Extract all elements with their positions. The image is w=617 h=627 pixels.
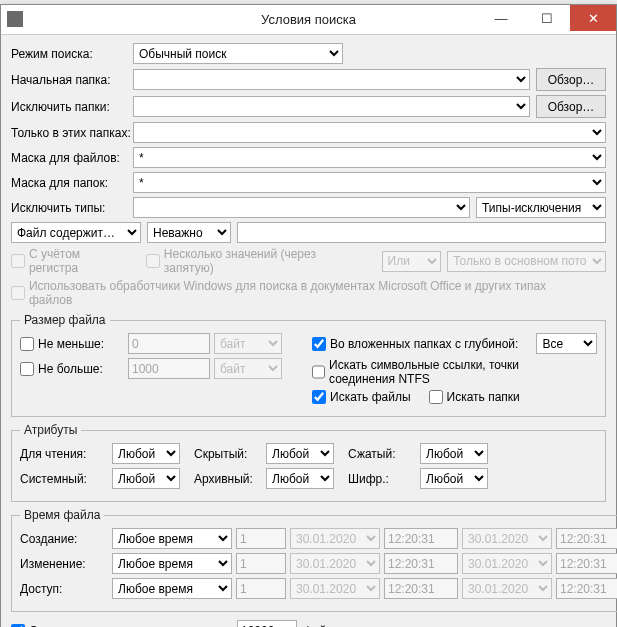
attributes-fieldset: Атрибуты Для чтения: Любой Скрытый: Любо… <box>11 423 606 502</box>
max-size-checkbox[interactable]: Не больше: <box>20 362 110 376</box>
hidden-select[interactable]: Любой <box>266 443 334 464</box>
window-title: Условия поиска <box>261 12 356 27</box>
hidden-label: Скрытый: <box>194 447 262 461</box>
accessed-date1: 30.01.2020 <box>290 578 380 599</box>
file-size-fieldset: Размер файла Не меньше: байт Не больше: … <box>11 313 606 417</box>
exclude-types-combo[interactable] <box>133 197 470 218</box>
exclude-folders-combo[interactable] <box>133 96 530 117</box>
close-button[interactable]: ✕ <box>570 5 616 31</box>
browse-start-button[interactable]: Обзор… <box>536 68 606 91</box>
exclusion-types-select[interactable]: Типы-исключения <box>476 197 606 218</box>
accessed-time2 <box>556 578 617 599</box>
file-time-legend: Время файла <box>20 508 104 522</box>
encrypted-label: Шифр.: <box>348 472 416 486</box>
search-mode-label: Режим поиска: <box>11 47 133 61</box>
logic-select: Или <box>382 251 442 272</box>
titlebar: Условия поиска — ☐ ✕ <box>1 5 616 35</box>
minimize-button[interactable]: — <box>478 5 524 31</box>
min-size-input <box>128 333 210 354</box>
depth-select[interactable]: Все <box>536 333 597 354</box>
accessed-label: Доступ: <box>20 582 108 596</box>
file-mask-combo[interactable]: * <box>133 147 606 168</box>
created-mode-select[interactable]: Любое время <box>112 528 232 549</box>
maximize-button[interactable]: ☐ <box>524 5 570 31</box>
archive-select[interactable]: Любой <box>266 468 334 489</box>
search-conditions-window: Условия поиска — ☐ ✕ Режим поиска: Обычн… <box>0 4 617 627</box>
created-time1 <box>384 528 458 549</box>
created-date2: 30.01.2020 <box>462 528 552 549</box>
file-time-fieldset: Время файла Создание: Любое время 30.01.… <box>11 508 617 612</box>
min-size-checkbox[interactable]: Не меньше: <box>20 337 110 351</box>
accessed-time1 <box>384 578 458 599</box>
file-contains-select[interactable]: Файл содержит… <box>11 222 141 243</box>
accessed-n <box>236 578 286 599</box>
compressed-label: Сжатый: <box>348 447 416 461</box>
start-folder-label: Начальная папка: <box>11 73 133 87</box>
client-area: Режим поиска: Обычный поиск Начальная па… <box>1 35 616 627</box>
archive-label: Архивный: <box>194 472 262 486</box>
case-select[interactable]: Неважно <box>147 222 231 243</box>
file-mask-label: Маска для файлов: <box>11 151 133 165</box>
modified-time2 <box>556 553 617 574</box>
created-n <box>236 528 286 549</box>
case-sensitive-checkbox[interactable]: С учётом регистра <box>11 247 132 275</box>
exclude-types-label: Исключить типы: <box>11 201 133 215</box>
accessed-date2: 30.01.2020 <box>462 578 552 599</box>
max-size-input <box>128 358 210 379</box>
only-in-folders-combo[interactable] <box>133 122 606 143</box>
modified-time1 <box>384 553 458 574</box>
stop-after-suffix: файлов <box>303 624 346 628</box>
created-time2 <box>556 528 617 549</box>
stop-after-checkbox[interactable]: Остановить поиск при нахождении <box>11 624 223 628</box>
modified-n <box>236 553 286 574</box>
readonly-select[interactable]: Любой <box>112 443 180 464</box>
modified-date2: 30.01.2020 <box>462 553 552 574</box>
created-date1: 30.01.2020 <box>290 528 380 549</box>
find-files-checkbox[interactable]: Искать файлы <box>312 390 411 404</box>
exclude-folders-label: Исключить папки: <box>11 100 133 114</box>
readonly-label: Для чтения: <box>20 447 108 461</box>
encrypted-select[interactable]: Любой <box>420 468 488 489</box>
max-size-unit: байт <box>214 358 282 379</box>
stop-after-input[interactable] <box>237 620 297 627</box>
multi-values-checkbox[interactable]: Несколько значений (через запятую) <box>146 247 368 275</box>
browse-exclude-button[interactable]: Обзор… <box>536 95 606 118</box>
folder-mask-combo[interactable]: * <box>133 172 606 193</box>
modified-label: Изменение: <box>20 557 108 571</box>
only-in-folders-label: Только в этих папках: <box>11 126 133 140</box>
modified-date1: 30.01.2020 <box>290 553 380 574</box>
compressed-select[interactable]: Любой <box>420 443 488 464</box>
min-size-unit: байт <box>214 333 282 354</box>
folder-mask-label: Маска для папок: <box>11 176 133 190</box>
attributes-legend: Атрибуты <box>20 423 81 437</box>
system-select[interactable]: Любой <box>112 468 180 489</box>
system-label: Системный: <box>20 472 108 486</box>
find-folders-checkbox[interactable]: Искать папки <box>429 390 520 404</box>
search-text-input[interactable] <box>237 222 606 243</box>
use-handlers-checkbox[interactable]: Использовать обработчики Windows для пои… <box>11 279 592 307</box>
file-size-legend: Размер файла <box>20 313 110 327</box>
start-folder-combo[interactable] <box>133 69 530 90</box>
subfolders-checkbox[interactable]: Во вложенных папках с глубиной: <box>312 337 518 351</box>
app-icon <box>7 11 23 27</box>
created-label: Создание: <box>20 532 108 546</box>
modified-mode-select[interactable]: Любое время <box>112 553 232 574</box>
search-mode-select[interactable]: Обычный поиск <box>133 43 343 64</box>
accessed-mode-select[interactable]: Любое время <box>112 578 232 599</box>
only-in-main-select: Только в основном пото <box>447 251 606 272</box>
symlinks-checkbox[interactable]: Искать символьные ссылки, точки соединен… <box>312 358 583 386</box>
